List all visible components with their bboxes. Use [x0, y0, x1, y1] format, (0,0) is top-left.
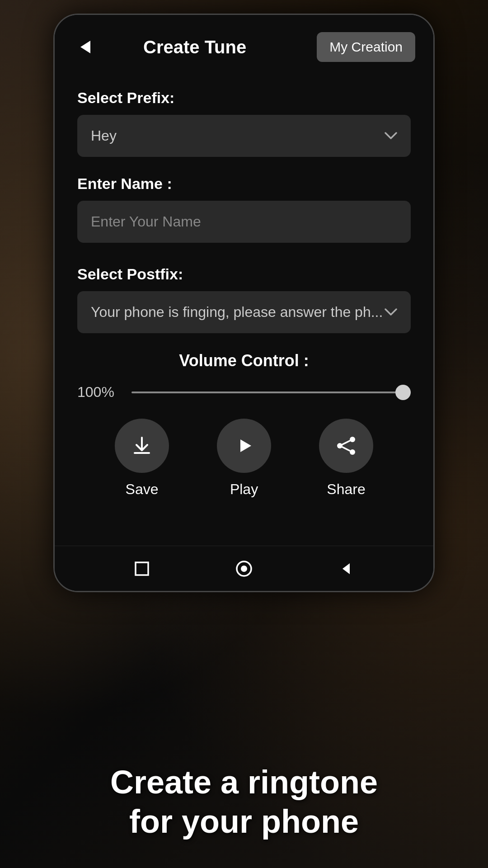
save-label: Save — [126, 481, 159, 498]
play-button[interactable]: Play — [217, 419, 271, 498]
play-icon-circle — [217, 419, 271, 473]
postfix-chevron-icon — [385, 308, 397, 316]
triangle-back-icon — [337, 560, 355, 578]
svg-point-7 — [241, 566, 247, 572]
postfix-label: Select Postfix: — [77, 265, 411, 283]
svg-point-1 — [337, 443, 343, 448]
svg-point-2 — [350, 449, 355, 455]
page-title: Create Tune — [73, 37, 317, 57]
chevron-down-icon — [385, 132, 397, 140]
phone-frame: Create Tune My Creation Select Prefix: H… — [53, 14, 435, 592]
postfix-value: Your phone is finging, please answer the… — [91, 304, 383, 321]
share-icon-circle — [319, 419, 373, 473]
app-header: Create Tune My Creation — [55, 15, 433, 71]
bottom-promo-text: Create a ringtone for your phone — [0, 763, 488, 841]
volume-percent: 100% — [77, 384, 122, 401]
save-icon-circle — [115, 419, 169, 473]
square-icon — [133, 560, 151, 578]
save-icon — [130, 434, 154, 458]
svg-point-0 — [350, 437, 355, 442]
navigation-bar — [55, 546, 433, 591]
svg-line-4 — [343, 447, 350, 451]
volume-slider[interactable] — [131, 390, 411, 395]
name-input[interactable] — [77, 201, 411, 243]
nav-back-button[interactable] — [334, 556, 359, 581]
main-content: Select Prefix: Hey Enter Name : Select P… — [55, 71, 433, 546]
prefix-dropdown[interactable]: Hey — [77, 115, 411, 157]
save-button[interactable]: Save — [115, 419, 169, 498]
play-icon — [232, 434, 256, 458]
action-buttons-row: Save Play — [77, 419, 411, 498]
share-icon — [334, 434, 358, 458]
circle-icon — [234, 559, 254, 579]
phone-screen: Create Tune My Creation Select Prefix: H… — [55, 15, 433, 591]
name-label: Enter Name : — [77, 175, 411, 193]
svg-line-3 — [343, 441, 350, 444]
volume-row: 100% — [77, 384, 411, 401]
share-label: Share — [327, 481, 365, 498]
postfix-dropdown[interactable]: Your phone is finging, please answer the… — [77, 291, 411, 333]
volume-label: Volume Control : — [77, 351, 411, 370]
my-creation-button[interactable]: My Creation — [317, 32, 415, 62]
bottom-text-line2: for your phone — [0, 802, 488, 841]
volume-section: Volume Control : 100% — [77, 351, 411, 401]
play-label: Play — [230, 481, 258, 498]
bottom-text-line1: Create a ringtone — [0, 763, 488, 802]
prefix-label: Select Prefix: — [77, 89, 411, 107]
nav-home-button[interactable] — [232, 556, 257, 581]
svg-rect-5 — [136, 562, 148, 575]
nav-square-button[interactable] — [130, 556, 155, 581]
prefix-value: Hey — [91, 127, 117, 144]
share-button[interactable]: Share — [319, 419, 373, 498]
